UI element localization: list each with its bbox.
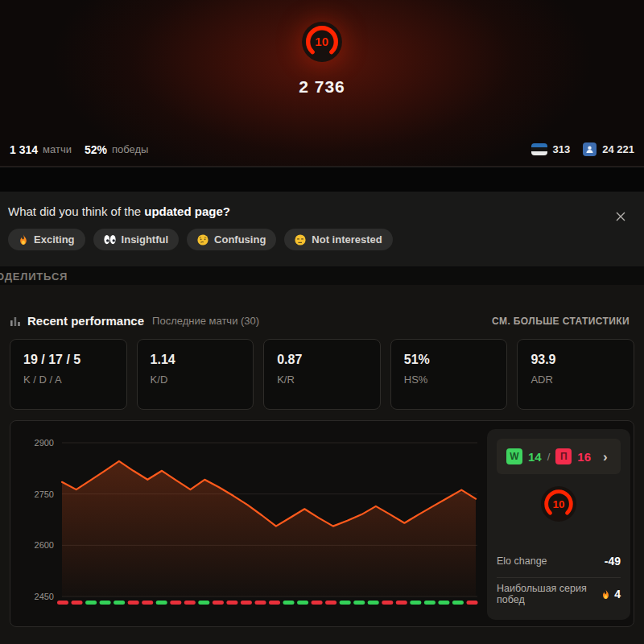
- elo-value: 2 736: [0, 77, 644, 97]
- loss-badge: П: [555, 448, 572, 464]
- elo-change-value: -49: [605, 555, 621, 568]
- country-rank-value: 313: [553, 143, 571, 155]
- close-icon[interactable]: [612, 208, 630, 228]
- result-dash: [325, 601, 336, 605]
- see-more-stats-link[interactable]: СМ. БОЛЬШЕ СТАТИСТИКИ: [487, 315, 634, 328]
- result-dash: [438, 601, 449, 605]
- hero-stats-row: 1 314 матчи 52% победы: [0, 142, 644, 156]
- result-dash: [353, 601, 365, 605]
- chevron-right-icon: ›: [603, 450, 608, 464]
- result-dash: [368, 601, 379, 605]
- win-loss-record-button[interactable]: W 14 / П 16 ›: [497, 439, 621, 474]
- global-rank-icon: [583, 142, 597, 156]
- stats-page: 10 2 736 1 314 матчи 52% победы: [0, 0, 644, 644]
- result-dash: [297, 601, 308, 605]
- result-dash: [156, 601, 167, 605]
- unamused-face-icon: [295, 234, 306, 246]
- result-dash: [184, 601, 196, 605]
- fire-icon: [601, 589, 610, 600]
- y-tick-label: 2750: [35, 489, 54, 499]
- losses-count: 16: [577, 450, 591, 464]
- result-dash: [255, 601, 266, 605]
- elo-change-row: Elo change -49: [497, 545, 621, 577]
- share-strip: ОДЕЛИТЬСЯ: [0, 267, 644, 285]
- region-rank: 24 221: [583, 142, 634, 156]
- win-streak-value: 4: [614, 588, 621, 601]
- level-10-badge-icon-small: 10: [540, 485, 577, 526]
- y-tick-label: 2600: [35, 540, 54, 550]
- feedback-not-interested-button[interactable]: Not interested: [284, 229, 392, 250]
- thinking-face-icon: [197, 234, 208, 246]
- result-dash: [170, 601, 181, 605]
- stat-card-hs: 51% HS%: [390, 339, 508, 410]
- feedback-options: Exciting Insightful C: [8, 229, 636, 250]
- share-label[interactable]: ОДЕЛИТЬСЯ: [0, 270, 68, 283]
- bar-chart-icon: [10, 316, 21, 327]
- performance-title: Recent performance: [27, 314, 144, 328]
- feedback-exciting-button[interactable]: Exciting: [8, 229, 85, 250]
- result-dash: [396, 601, 407, 605]
- result-dash: [128, 601, 139, 605]
- svg-text:10: 10: [553, 498, 565, 510]
- result-dash: [269, 601, 280, 605]
- feedback-confusing-button[interactable]: Confusing: [187, 229, 276, 250]
- result-dash: [452, 601, 464, 605]
- y-tick-label: 2450: [35, 592, 54, 601]
- matches-stat: 1 314 матчи: [10, 143, 72, 156]
- result-dash: [100, 601, 111, 605]
- stat-card-kda: 19 / 17 / 5 K / D / A: [10, 339, 127, 410]
- result-dash: [467, 601, 478, 605]
- win-badge: W: [506, 448, 522, 464]
- elo-area-fill: [62, 461, 476, 597]
- stat-card-kr: 0.87 K/R: [263, 339, 381, 410]
- result-dash: [198, 601, 209, 605]
- divider-band: [0, 167, 644, 192]
- winrate-stat: 52% победы: [85, 143, 148, 156]
- stat-card-kd: 1.14 K/D: [137, 339, 254, 410]
- result-dash: [57, 601, 68, 605]
- result-dash: [85, 601, 97, 605]
- wins-count: 14: [528, 450, 542, 464]
- level-10-badge-icon: 10: [301, 21, 343, 66]
- feedback-banner: What did you think of the updated page? …: [0, 192, 644, 267]
- performance-subtitle: Последние матчи (30): [152, 315, 259, 327]
- win-streak-row: Наибольшая серия побед 4: [497, 577, 621, 610]
- stat-cards-row: 19 / 17 / 5 K / D / A 1.14 K/D 0.87 K/R …: [0, 328, 644, 410]
- stat-card-adr: 93.9 ADR: [517, 339, 634, 410]
- elo-chart-card: 2900275026002450 W 14 / П 16 ›: [10, 420, 634, 627]
- region-rank-value: 24 221: [602, 143, 634, 155]
- eyes-icon: [104, 234, 116, 245]
- result-dash: [226, 601, 237, 605]
- feedback-insightful-button[interactable]: Insightful: [93, 229, 180, 250]
- estonia-flag-icon: [531, 143, 547, 155]
- result-dash: [340, 601, 351, 605]
- result-dash: [213, 601, 224, 605]
- result-dash: [241, 601, 252, 605]
- result-dashes: [57, 601, 478, 605]
- result-dash: [382, 601, 393, 605]
- performance-header: Recent performance Последние матчи (30) …: [0, 314, 644, 328]
- result-dash: [142, 601, 153, 605]
- country-rank: 313: [531, 143, 571, 155]
- recent-performance-section: Recent performance Последние матчи (30) …: [0, 285, 644, 644]
- fire-icon: [19, 234, 28, 246]
- result-dash: [283, 601, 295, 605]
- result-dash: [114, 601, 125, 605]
- hero-section: 10 2 736 1 314 матчи 52% победы: [0, 0, 644, 167]
- svg-text:10: 10: [316, 35, 329, 48]
- match-summary-panel: W 14 / П 16 › 10 Elo change -49: [487, 429, 630, 620]
- y-tick-label: 2900: [35, 438, 54, 448]
- result-dash: [424, 601, 436, 605]
- feedback-question: What did you think of the updated page?: [8, 204, 636, 218]
- result-dash: [410, 601, 421, 605]
- result-dash: [312, 601, 323, 605]
- result-dash: [72, 601, 83, 605]
